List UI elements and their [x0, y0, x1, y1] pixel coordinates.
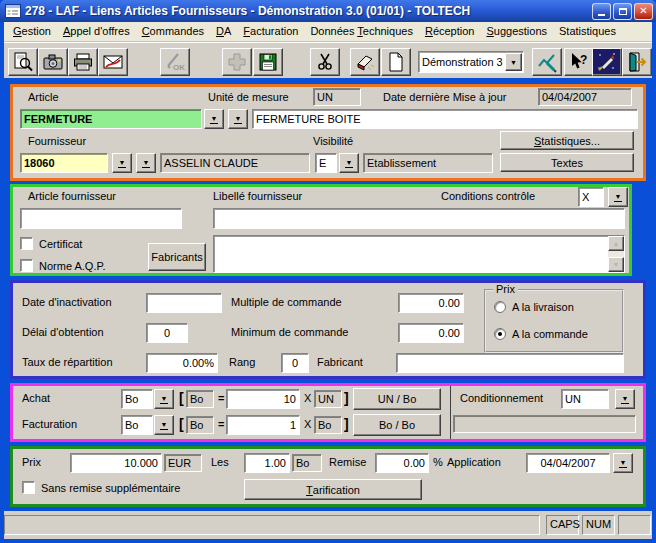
launch-button[interactable] [592, 48, 622, 76]
fabricants-button[interactable]: Fabricants [148, 243, 206, 271]
supplier-code-input[interactable] [20, 153, 108, 173]
supplier-label: Fournisseur [28, 135, 86, 147]
supplier-notes-textarea[interactable]: ▲ ▼ [213, 235, 625, 273]
exit-button[interactable] [622, 48, 652, 76]
certificat-label: Certificat [39, 238, 82, 250]
multiple-input[interactable] [398, 293, 464, 313]
bo-bo-button[interactable]: Bo / Bo [353, 414, 441, 436]
article-code-input[interactable] [20, 109, 202, 129]
article-search-dropdown-button[interactable] [228, 109, 248, 129]
libelle-input[interactable] [213, 208, 625, 229]
taux-input[interactable] [146, 353, 218, 373]
menu-item-suggestions[interactable]: Suggestions [480, 22, 553, 41]
facturation-qty-input[interactable] [226, 415, 300, 435]
minimum-input[interactable] [398, 323, 464, 343]
status-message-panel [4, 515, 540, 535]
application-dropdown-button[interactable] [613, 453, 633, 473]
visibility-label: Visibilité [313, 135, 353, 147]
validate-button[interactable]: OK [160, 48, 190, 76]
save-button[interactable] [253, 48, 283, 76]
menu-item-da[interactable]: DA [210, 22, 237, 41]
fabricant-input[interactable] [396, 353, 624, 373]
radio-a-la-commande[interactable]: A la commande [494, 328, 588, 340]
multiple-label: Multiple de commande [231, 296, 342, 308]
menu-item-gestion[interactable]: Gestion [7, 22, 57, 41]
scroll-indicator-panel [618, 515, 651, 535]
textes-button[interactable]: Textes [500, 153, 634, 172]
article-dropdown-button[interactable] [204, 109, 224, 129]
num-indicator: NUM [582, 515, 615, 535]
un-bo-button[interactable]: UN / Bo [353, 388, 441, 410]
window-icon [5, 4, 21, 18]
close-button[interactable]: ✕ [634, 3, 653, 20]
conditionnement-dropdown-button[interactable] [615, 389, 635, 409]
fabricant-label: Fabricant [317, 356, 363, 368]
supplier-search-dropdown-button[interactable] [136, 153, 156, 173]
statistiques-button[interactable]: Statistiques... [500, 131, 634, 150]
inactivation-input[interactable] [146, 293, 222, 313]
menu-item-statistiques[interactable]: Statistiques [553, 22, 622, 41]
facturation-unit-input[interactable] [121, 415, 153, 435]
environment-select[interactable]: Démonstration 3 ▼ [418, 51, 524, 73]
conditionnement-detail [453, 415, 636, 433]
achat-unit-input[interactable] [121, 389, 153, 409]
delai-input[interactable] [146, 323, 188, 343]
add-button[interactable] [222, 48, 252, 76]
supplier-notes-text[interactable] [214, 236, 608, 272]
menu-item-commandes[interactable]: Commandes [136, 22, 210, 41]
radio-a-la-livraison[interactable]: A la livraison [494, 301, 574, 313]
print-button[interactable] [68, 48, 98, 76]
menu-item-facturation[interactable]: Facturation [237, 22, 304, 41]
scroll-up-icon[interactable]: ▲ [608, 236, 624, 251]
erase-button[interactable] [350, 48, 380, 76]
supplier-article-input[interactable] [20, 208, 182, 229]
conditions-dropdown-button[interactable] [608, 187, 628, 207]
rang-input[interactable] [281, 353, 309, 373]
prix-groupbox: Prix A la livraison A la commande [484, 289, 624, 353]
help-button[interactable]: ? [564, 48, 594, 76]
save-icon [257, 51, 279, 73]
checkbox-box-icon [22, 481, 35, 494]
tarification-button[interactable]: Tarification [244, 479, 422, 500]
menu-item-donn-es-techniques[interactable]: Données Techniques [304, 22, 419, 41]
conditionnement-input[interactable] [561, 389, 609, 409]
help-icon: ? [568, 51, 590, 73]
facturation-unit-dropdown-button[interactable] [154, 415, 174, 435]
tools-button[interactable] [532, 48, 562, 76]
achat-times: X [304, 392, 311, 404]
cut-button[interactable] [310, 48, 340, 76]
achat-unit-dropdown-button[interactable] [154, 389, 174, 409]
achat-ref-unit: UN [314, 390, 342, 408]
application-date-input[interactable] [526, 453, 610, 473]
visibility-code-input[interactable] [315, 153, 337, 173]
radio-livraison-label: A la livraison [512, 301, 574, 313]
norme-aqp-checkbox[interactable]: Norme A.Q.P. [20, 259, 105, 272]
search-button[interactable] [8, 48, 38, 76]
sans-remise-checkbox[interactable]: Sans remise supplémentaire [22, 481, 180, 494]
menu-item-appel-d-offres[interactable]: Appel d'offres [57, 22, 136, 41]
menu-item-r-ception[interactable]: Réception [419, 22, 481, 41]
dropdown-arrow-icon[interactable]: ▼ [505, 53, 522, 71]
conditions-input[interactable] [578, 187, 604, 207]
certificat-checkbox[interactable]: Certificat [20, 237, 82, 250]
notes-scrollbar[interactable]: ▲ ▼ [608, 236, 624, 272]
scroll-down-icon[interactable]: ▼ [608, 257, 624, 272]
les-input[interactable] [244, 453, 290, 473]
maximize-button[interactable] [613, 3, 632, 20]
prix-input[interactable] [70, 453, 162, 473]
application-window: 278 - LAF - Liens Articles Fournisseurs … [0, 0, 656, 543]
article-designation-input[interactable] [252, 109, 638, 129]
fact-bracket-close: ] [344, 417, 349, 431]
minimize-button[interactable] [592, 3, 611, 20]
remise-input[interactable] [375, 453, 429, 473]
mail-button[interactable] [98, 48, 128, 76]
visibility-value: Etablissement [363, 153, 493, 173]
new-button[interactable] [381, 48, 411, 76]
achat-bracket-close: ] [344, 391, 349, 405]
maximize-icon [619, 8, 627, 15]
visibility-dropdown-button[interactable] [339, 153, 359, 173]
supplier-dropdown-button[interactable] [112, 153, 132, 173]
menu-bar: GestionAppel d'offresCommandesDAFacturat… [4, 22, 652, 42]
achat-qty-input[interactable] [226, 389, 300, 409]
camera-button[interactable] [38, 48, 68, 76]
